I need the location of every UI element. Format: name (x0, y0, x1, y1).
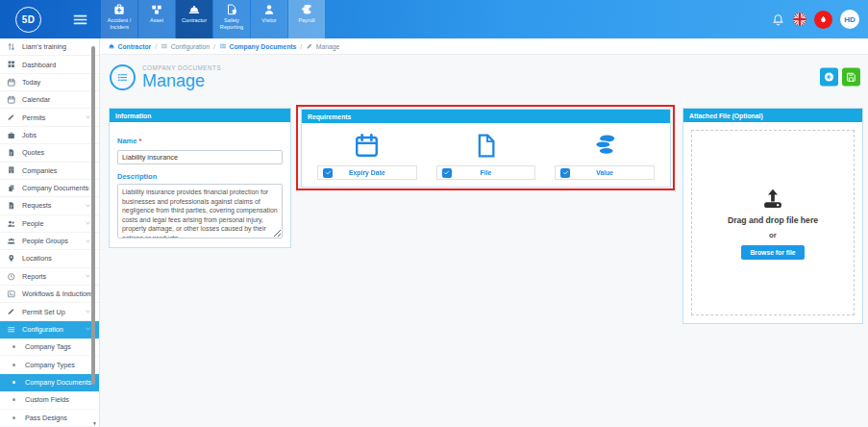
breadcrumb-item-company-documents[interactable]: Company Documents (219, 42, 296, 50)
breadcrumb-item-manage[interactable]: Manage (306, 42, 339, 50)
top-bar: 5D Accident / IncidentAssetContractorSaf… (0, 0, 868, 38)
shielddoc-icon (225, 3, 238, 16)
sidebar-item-permits[interactable]: Permits (0, 109, 99, 126)
module-tab-contractor[interactable]: Contractor (176, 0, 212, 38)
breadcrumb-item-configuration[interactable]: Configuration (161, 42, 210, 50)
sidebar-item-jobs[interactable]: Jobs (0, 127, 99, 144)
chevron-down-icon (85, 220, 91, 227)
file-icon (472, 128, 500, 163)
back-button[interactable] (820, 68, 838, 87)
sidebar-item-companies[interactable]: Companies (0, 163, 99, 180)
chevron-down-icon (85, 326, 91, 333)
topbar-right-cluster: HD (771, 0, 859, 38)
sidebar-item-configuration[interactable]: Configuration (0, 321, 99, 339)
sidebar-item-permit-set-up[interactable]: Permit Set Up (0, 303, 99, 320)
chevron-down-icon (85, 114, 91, 121)
module-tab-accident-incident[interactable]: Accident / Incident (101, 0, 137, 38)
expiry-date-icon (353, 128, 381, 163)
sidebar-item-label: Calendar (22, 95, 50, 104)
breadcrumb-label: Manage (316, 43, 340, 50)
module-tab-label: Safety Reporting (213, 17, 250, 30)
sidebar-item-label: Configuration (22, 325, 63, 334)
alert-badge[interactable] (814, 11, 832, 29)
browse-for-file-button[interactable]: Browse for file (741, 245, 804, 260)
sidebar-item-company-types[interactable]: Company Types (0, 356, 99, 373)
chevron-down-icon (85, 309, 91, 315)
language-flag-icon[interactable] (793, 13, 806, 26)
chevron-down-icon (85, 185, 91, 191)
doc-icon (7, 148, 19, 158)
module-tab-label: Payroll (298, 17, 314, 24)
dropzone-or-text: or (769, 231, 777, 239)
pencil-icon (306, 42, 313, 50)
sidebar-item-label: Company Documents (25, 378, 91, 387)
sidebar-item-workflows-inductions[interactable]: Workflows & Inductions (0, 286, 99, 303)
breadcrumb-item-contractor[interactable]: Contractor (108, 42, 151, 50)
calendar-icon (7, 95, 19, 105)
module-tab-asset[interactable]: Asset (138, 0, 175, 38)
notifications-bell-icon[interactable] (771, 13, 785, 27)
sidebar-item-people-groups[interactable]: People Groups (0, 233, 99, 250)
flame-icon (818, 14, 829, 25)
sidebar-item-quotes[interactable]: Quotes (0, 144, 99, 162)
sidebar-scrollbar-thumb[interactable] (91, 46, 95, 385)
content-panels: Information Name* Description Liability … (100, 99, 868, 427)
sidebar-item-label: Locations (22, 254, 52, 263)
sidebar-item-requests[interactable]: Requests (0, 197, 99, 214)
breadcrumb-label: Contractor (118, 43, 152, 50)
sidebar-item-calendar[interactable]: Calendar (0, 91, 99, 109)
listconfig-icon (219, 42, 227, 50)
sidebar-item-dashboard[interactable]: Dashboard (0, 56, 99, 73)
chevron-down-icon (85, 238, 91, 244)
name-label: Name (117, 137, 136, 145)
hamburger-menu-icon[interactable] (72, 12, 88, 28)
sidebar-item-liam-s-training[interactable]: Liam's training (0, 38, 99, 56)
module-tab-safety-reporting[interactable]: Safety Reporting (213, 0, 250, 38)
branch-icon (7, 42, 19, 52)
pencil-icon (7, 113, 19, 122)
sidebar-item-company-tags[interactable]: Company Tags (0, 339, 99, 356)
person-icon (262, 3, 276, 16)
expiry-date-checkbox[interactable] (323, 168, 333, 178)
module-tab-visitor[interactable]: Visitor (251, 0, 287, 38)
file-checkbox[interactable] (442, 168, 452, 178)
sidebar-item-label: Permit Set Up (22, 308, 65, 316)
requirement-row-file: File (436, 165, 536, 180)
description-textarea[interactable]: Liability insurance provides financial p… (117, 184, 283, 239)
clock-icon (7, 272, 19, 282)
requirements-panel: Requirements Expiry DateFileValue (301, 109, 671, 188)
module-tab-payroll[interactable]: Payroll (288, 0, 325, 38)
requirement-card-file: File (436, 128, 536, 180)
name-input[interactable] (117, 150, 283, 164)
requirements-panel-header: Requirements (302, 110, 670, 123)
sidebar-item-people[interactable]: People (0, 215, 99, 233)
requirement-card-expiry-date: Expiry Date (317, 128, 417, 180)
boxes-icon (150, 3, 163, 16)
building-icon (7, 165, 19, 175)
bullet-icon (12, 345, 15, 348)
user-avatar[interactable]: HD (840, 10, 859, 29)
file-dropzone[interactable]: Drag and drop file here or Browse for fi… (691, 130, 855, 315)
breadcrumb: Contractor/Configuration/Company Documen… (100, 38, 868, 55)
sidebar-scrollbar-down-arrow[interactable]: ▼ (92, 420, 97, 426)
sidebar-item-label: Company Types (25, 361, 75, 369)
sidebar-item-company-documents[interactable]: Company Documents (0, 374, 99, 391)
requirement-label: Expiry Date (333, 169, 416, 176)
app-logo: 5D (15, 7, 41, 33)
value-checkbox[interactable] (560, 168, 570, 178)
pencil-icon (7, 307, 19, 316)
sidebar-item-label: Company Documents (22, 184, 88, 192)
sidebar-item-company-documents[interactable]: Company Documents (0, 180, 99, 197)
sidebar-item-today[interactable]: Today (0, 74, 99, 91)
helmet-icon (108, 42, 115, 50)
sidebar-item-custom-fields[interactable]: Custom Fields (0, 391, 99, 409)
sidebar-item-pass-designs[interactable]: Pass Designs (0, 410, 99, 427)
sidebar-item-label: Permits (22, 113, 45, 122)
breadcrumb-label: Company Documents (229, 43, 296, 50)
sidebar-item-locations[interactable]: Locations (0, 250, 99, 267)
save-button[interactable] (842, 68, 860, 87)
module-tab-label: Asset (150, 17, 163, 24)
page-header: COMPANY DOCUMENTS Manage (100, 55, 868, 99)
sidebar-item-reports[interactable]: Reports (0, 268, 99, 286)
sidebar-item-label: People (22, 219, 43, 228)
